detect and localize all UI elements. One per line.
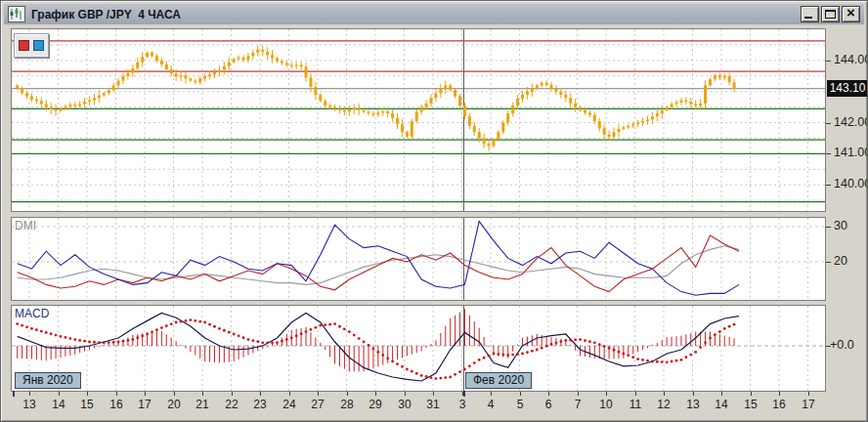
price-plot [12, 29, 825, 211]
x-axis-label: 28 [340, 398, 353, 411]
x-axis-tick [318, 392, 319, 396]
price-chart-panel[interactable] [11, 28, 826, 212]
window-title: График GBP /JPY 4 ЧАСА [31, 8, 799, 21]
chart-window: График GBP /JPY 4 ЧАСА DMI MACD 143.10 1… [0, 0, 868, 422]
x-axis-label: 17 [802, 398, 814, 411]
x-axis-tick [548, 392, 549, 396]
x-axis-tick [202, 392, 203, 396]
x-axis-label: 16 [772, 398, 785, 411]
month-tick [463, 391, 465, 397]
x-axis-tick [578, 392, 579, 396]
x-axis-label: 16 [109, 398, 122, 411]
candlestick-chart-icon [8, 6, 25, 22]
x-axis-label: 29 [369, 398, 381, 411]
x-axis-label: 10 [599, 398, 612, 411]
current-price-tag: 143.10 [827, 80, 868, 97]
price-axis-label: 140.00 [834, 177, 868, 190]
x-axis-label: 31 [426, 398, 439, 411]
x-axis-label: 24 [282, 398, 295, 411]
price-axis-label: 141.00 [834, 146, 868, 159]
x-axis-tick [289, 392, 290, 396]
x-axis-label: 12 [657, 398, 670, 411]
dmi-axis-tick [826, 227, 831, 228]
dmi-axis-label: 30 [834, 219, 847, 232]
x-axis-tick [751, 392, 752, 396]
macd-plot [12, 306, 825, 391]
x-axis-tick [232, 392, 233, 396]
x-axis-tick [174, 392, 175, 396]
price-axis-tick [826, 61, 831, 62]
red-square-icon[interactable] [19, 40, 29, 51]
x-axis-tick [433, 392, 434, 396]
x-axis-tick [59, 392, 60, 396]
title-bar[interactable]: График GBP /JPY 4 ЧАСА [4, 4, 864, 24]
x-axis-tick [405, 392, 406, 396]
x-axis-tick [606, 392, 607, 396]
x-axis-tick [520, 392, 521, 396]
month-tick [13, 391, 15, 397]
price-axis-label: 142.00 [834, 115, 868, 129]
x-axis-tick [29, 392, 30, 396]
series-toolbar [14, 33, 49, 58]
macd-indicator-panel[interactable] [11, 305, 826, 392]
x-axis-label: 13 [686, 398, 699, 411]
x-axis-label: 21 [195, 398, 208, 411]
x-axis-label: 7 [575, 398, 582, 411]
x-axis-label: 13 [22, 398, 35, 411]
x-axis-label: 20 [167, 398, 180, 411]
x-axis-tick [491, 392, 492, 396]
x-axis-label: 15 [744, 398, 757, 411]
x-axis-tick [145, 392, 146, 396]
x-axis-tick [260, 392, 261, 396]
dmi-axis-label: 20 [834, 254, 847, 268]
month-label: Янв 2020 [15, 372, 81, 389]
x-axis-label: 6 [545, 398, 552, 411]
price-axis-tick [826, 185, 831, 186]
x-axis-tick [721, 392, 722, 396]
x-axis-tick [635, 392, 636, 396]
maximize-button[interactable] [821, 6, 840, 22]
x-axis-tick [664, 392, 665, 396]
x-axis-tick [347, 392, 348, 396]
x-axis-tick [693, 392, 694, 396]
x-axis-label: 14 [52, 398, 65, 411]
x-axis-tick [779, 392, 780, 396]
x-axis-label: 4 [488, 398, 495, 411]
dmi-plot [12, 218, 825, 300]
minimize-button[interactable] [801, 6, 819, 22]
dmi-indicator-panel[interactable] [11, 217, 826, 301]
x-axis-label: 22 [225, 398, 238, 411]
x-axis-label: 15 [80, 398, 93, 411]
x-axis-label: 30 [398, 398, 411, 411]
price-axis-tick [826, 123, 831, 124]
x-axis-label: 17 [138, 398, 151, 411]
x-axis-tick [808, 392, 809, 396]
blue-square-icon[interactable] [33, 40, 44, 51]
price-axis-tick [826, 153, 831, 154]
dmi-panel-label: DMI [15, 219, 36, 232]
x-axis-tick [116, 392, 117, 396]
x-axis-label: 3 [459, 398, 466, 411]
x-axis-label: 23 [253, 398, 266, 411]
x-axis-label: 14 [715, 398, 727, 411]
month-label: Фев 2020 [465, 372, 532, 389]
x-axis-tick [87, 392, 88, 396]
x-axis-label: 27 [311, 398, 324, 411]
dmi-axis-tick [826, 262, 831, 263]
x-axis-label: 5 [517, 398, 524, 411]
macd-axis-label: +0.0 [830, 338, 854, 352]
price-axis-label: 144.00 [834, 53, 868, 66]
x-axis-tick [375, 392, 376, 396]
macd-panel-label: MACD [15, 307, 49, 320]
close-button[interactable] [842, 6, 860, 22]
x-axis-label: 11 [629, 398, 641, 411]
